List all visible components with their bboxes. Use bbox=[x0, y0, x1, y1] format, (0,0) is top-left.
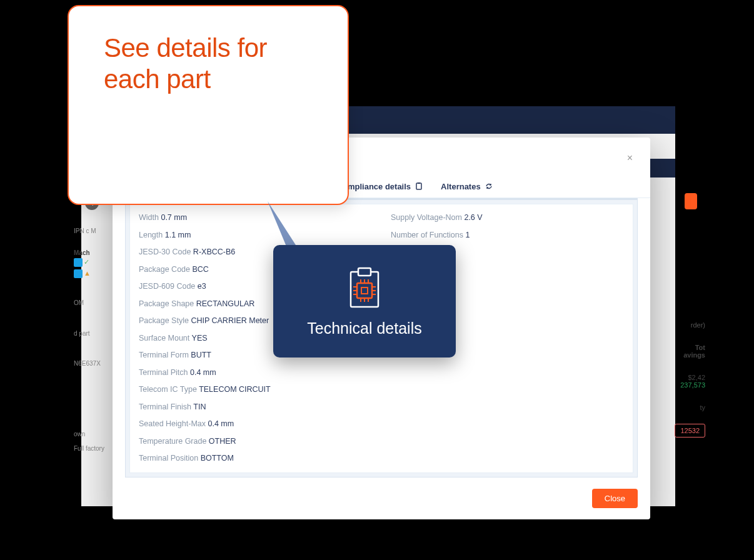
tab-alternates[interactable]: Alternates bbox=[432, 175, 502, 198]
spec-label: Surface Mount bbox=[139, 334, 192, 342]
bg-amount: 237,573 bbox=[649, 381, 705, 389]
callout-card: See details for each part bbox=[68, 5, 349, 205]
spec-value: 2.6 V bbox=[464, 213, 482, 222]
check-icon: ✓ bbox=[84, 258, 89, 267]
bg-label: d part bbox=[74, 330, 90, 337]
spec-label: Number of Functions bbox=[391, 231, 466, 239]
spec-row: Telecom IC Type TELECOM CIRCUIT bbox=[139, 381, 372, 399]
svg-rect-6 bbox=[358, 268, 371, 276]
spec-value: TIN bbox=[193, 402, 206, 411]
spec-value: TELECOM CIRCUIT bbox=[199, 385, 271, 394]
spec-row: Temperature Grade OTHER bbox=[139, 433, 372, 451]
spec-label: Seated Height-Max bbox=[139, 419, 208, 428]
spec-value: YES bbox=[192, 334, 208, 342]
spec-value: CHIP CARRIER Meter bbox=[191, 316, 269, 325]
svg-rect-7 bbox=[357, 283, 372, 298]
bg-label: own bbox=[74, 431, 85, 438]
spec-row: Terminal Position BOTTOM bbox=[139, 450, 372, 468]
clipboard-chip-icon bbox=[344, 266, 385, 309]
bg-label: IPN c M bbox=[74, 228, 96, 234]
spec-value: BCC bbox=[192, 265, 208, 274]
bg-qty-box[interactable]: 12532 bbox=[675, 424, 705, 438]
spec-label: Terminal Form bbox=[139, 351, 191, 359]
modal-footer: Close bbox=[113, 478, 650, 508]
spec-value: RECTANGULAR bbox=[196, 299, 255, 308]
spec-label: Telecom IC Type bbox=[139, 385, 199, 394]
spec-value: 0.4 mm bbox=[190, 368, 216, 377]
spec-label: Width bbox=[139, 213, 161, 222]
spec-label: Length bbox=[139, 231, 165, 239]
spec-value: BOTTOM bbox=[201, 454, 234, 462]
spec-row: Length 1.1 mm bbox=[139, 227, 372, 244]
refresh-icon bbox=[485, 182, 493, 191]
close-icon[interactable]: × bbox=[622, 150, 638, 166]
close-button[interactable]: Close bbox=[592, 489, 638, 508]
checkbox-icon[interactable] bbox=[74, 269, 83, 278]
bg-label: OM bbox=[74, 299, 84, 306]
spec-label: Supply Voltage-Nom bbox=[391, 213, 464, 222]
spec-label: Terminal Finish bbox=[139, 402, 193, 411]
bg-text: ty bbox=[649, 404, 705, 411]
spec-value: OTHER bbox=[209, 437, 236, 446]
spec-row: Terminal Pitch 0.4 mm bbox=[139, 364, 372, 382]
spec-row: Width 0.7 mm bbox=[139, 209, 372, 227]
spec-label: Temperature Grade bbox=[139, 437, 209, 446]
banner-label: Technical details bbox=[307, 319, 421, 338]
spec-row: Terminal Finish TIN bbox=[139, 399, 372, 416]
spec-label: Terminal Position bbox=[139, 454, 201, 462]
bg-text: Tot bbox=[649, 344, 705, 351]
spec-row: Supply Voltage-Nom 2.6 V bbox=[391, 209, 624, 227]
spec-label: Package Style bbox=[139, 316, 191, 325]
spec-row: Number of Functions 1 bbox=[391, 227, 624, 244]
tab-label: Alternates bbox=[441, 182, 481, 191]
bg-label: N6E637X bbox=[74, 360, 101, 367]
spec-label: JESD-30 Code bbox=[139, 248, 193, 256]
warning-icon: ▲ bbox=[84, 269, 91, 278]
bg-label: Mach bbox=[74, 249, 90, 256]
clipboard-icon bbox=[415, 182, 423, 191]
spec-value: BUTT bbox=[191, 351, 211, 359]
bg-text: avings bbox=[649, 351, 705, 359]
spec-value: 1.1 mm bbox=[165, 231, 191, 239]
spec-label: JESD-609 Code bbox=[139, 282, 198, 291]
svg-rect-3 bbox=[416, 183, 421, 189]
spec-label: Package Code bbox=[139, 265, 192, 274]
spec-label: Terminal Pitch bbox=[139, 368, 190, 377]
spec-value: e3 bbox=[198, 282, 206, 291]
bg-right-col: rder) Tot avings $2,42 237,573 ty 12532 bbox=[649, 321, 705, 438]
technical-details-banner: Technical details bbox=[273, 245, 456, 358]
bg-amount: $2,42 bbox=[649, 374, 705, 381]
callout-title: See details for each part bbox=[104, 32, 313, 96]
svg-rect-4 bbox=[418, 182, 420, 184]
spec-value: 0.7 mm bbox=[161, 213, 187, 222]
spec-row: Seated Height-Max 0.4 mm bbox=[139, 416, 372, 433]
checkbox-icon[interactable] bbox=[74, 258, 83, 267]
bg-text: rder) bbox=[649, 321, 705, 329]
orange-button-fragment[interactable] bbox=[685, 193, 697, 209]
spec-value: 0.4 mm bbox=[208, 419, 234, 428]
spec-label: Package Shape bbox=[139, 299, 196, 308]
svg-rect-8 bbox=[361, 288, 368, 294]
bg-label: Full factory bbox=[74, 445, 104, 452]
spec-value: 1 bbox=[466, 231, 470, 239]
spec-value: R-XBCC-B6 bbox=[193, 248, 235, 256]
